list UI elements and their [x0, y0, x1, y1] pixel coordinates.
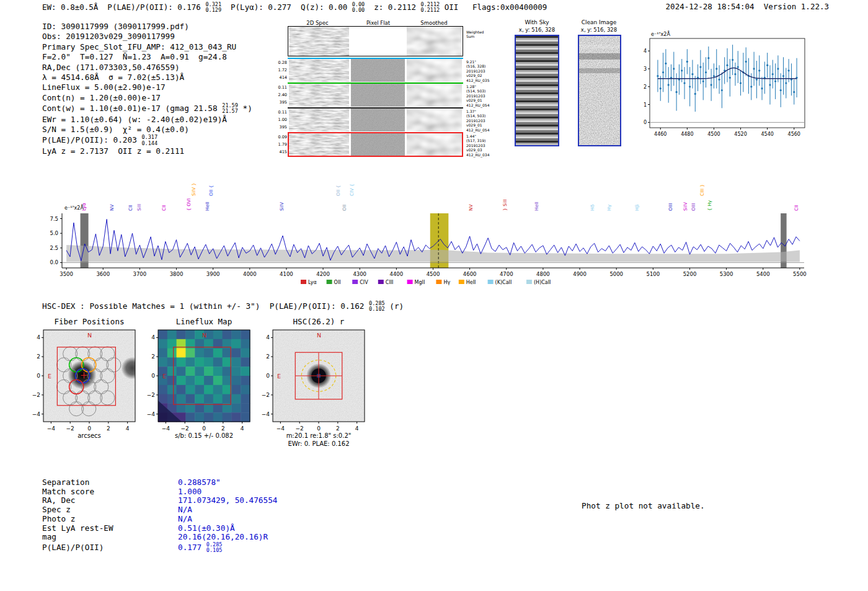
- svg-text:2: 2: [221, 425, 225, 432]
- match-row-label: Est LyA rest-EW: [42, 524, 178, 533]
- svg-text:−4: −4: [47, 425, 56, 432]
- svg-text:−2: −2: [147, 392, 155, 398]
- svg-text:5200: 5200: [683, 271, 697, 277]
- emission-line-label: OIII: [691, 203, 696, 211]
- match-row-value: 0.51(±0.30)Å: [178, 523, 235, 533]
- match-table: Separation0.288578"Match score1.000RA, D…: [42, 478, 277, 553]
- hsc-xlabel: m:20.1 re:1.8" s:0.2": [269, 432, 368, 439]
- info-line: F=2.0" T=0.127 N̄=1.23 A=0.91 g=24.8: [42, 52, 252, 62]
- text-segment: Primary Spec_Slot_IFU_AMP: 412_013_043_R…: [42, 42, 236, 51]
- spec2d-cutout-grid: Weighted Sum0.28 1.72 4149.21" (516, 328…: [275, 27, 501, 159]
- col-header-pixelflat: Pixel Flat: [347, 20, 409, 26]
- svg-text:4700: 4700: [500, 271, 513, 277]
- legend-swatch: [301, 280, 306, 284]
- clean-image: [578, 35, 621, 146]
- legend-swatch: [526, 280, 532, 284]
- svg-text:−4: −4: [262, 411, 270, 417]
- emission-line-label: Hβ: [634, 204, 640, 211]
- text-segment: 0.177: [178, 543, 206, 552]
- cutout-image-smoothed: [407, 109, 462, 131]
- stacked-uncertainty: 0.3210.129: [205, 2, 221, 13]
- match-row-label: RA, Dec: [42, 496, 178, 505]
- emission-line-label: OII {: [208, 185, 214, 196]
- with-sky-image: [515, 35, 559, 146]
- svg-text:4100: 4100: [280, 271, 293, 277]
- panel-title-lineflux-map: Lineflux Map: [154, 317, 254, 326]
- emission-line-label: OII {: [335, 185, 341, 196]
- emission-line-label: Hδ: [590, 204, 595, 211]
- fiber-row-info: 1.37" (514, 503) 20191203 v029_01 412_RU…: [466, 109, 500, 132]
- emission-line-label: CIV {: [349, 184, 355, 196]
- stacked-uncertainty: 21.5921.57: [222, 103, 238, 114]
- cutout-image-flat: [351, 109, 405, 131]
- svg-text:3700: 3700: [133, 271, 147, 277]
- svg-text:HeII: HeII: [466, 280, 476, 285]
- emission-line-label: { Hγ: [707, 200, 712, 211]
- emission-line-label: } SiII: [502, 200, 508, 211]
- svg-text:4: 4: [37, 334, 40, 340]
- info-line: ID: 3090117999 (3090117999.pdf): [42, 22, 252, 32]
- text-segment: 0.51(±0.30)Å: [178, 523, 235, 533]
- text-segment: RA,Dec (171.073303,50.476559): [42, 63, 180, 72]
- cutout-image-flat: [351, 59, 405, 82]
- info-line: Cont(w) = 1.10(±0.01)e-17 (gmag 21.58 21…: [42, 103, 252, 114]
- svg-text:5300: 5300: [720, 271, 733, 277]
- info-line: P(LAE)/P(OII): 0.203 0.3170.144: [42, 135, 252, 146]
- svg-text:4: 4: [151, 334, 155, 340]
- info-line: λ = 4514.68Å σ = 7.02(±5.13)Å: [42, 73, 252, 82]
- stacked-uncertainty: 0.2850.102: [369, 301, 385, 312]
- stacked-uncertainty: 0.000.00: [352, 2, 365, 13]
- svg-text:0: 0: [87, 425, 91, 432]
- svg-text:N: N: [87, 332, 92, 339]
- svg-text:e⁻¹⁷x2Å: e⁻¹⁷x2Å: [651, 30, 670, 37]
- photz-note: Phot z plot not available.: [582, 501, 705, 510]
- svg-text:4560: 4560: [788, 131, 800, 137]
- info-line: RA,Dec (171.073303,50.476559): [42, 63, 252, 73]
- text-segment: 171.073429, 50.476554: [178, 495, 277, 505]
- svg-text:2: 2: [266, 353, 270, 360]
- svg-text:2: 2: [336, 425, 340, 432]
- info-line: Cont(n) = 1.20(±0.00)e-17: [42, 93, 252, 103]
- match-table-row: P(LAE)/P(OII)0.177 0.2850.105: [42, 542, 277, 553]
- svg-text:N: N: [202, 332, 206, 339]
- sky-stripes-texture: [516, 36, 558, 145]
- col-header-smoothed: Smoothed: [403, 20, 465, 26]
- info-line: EWr = 1.10(±0.64) (w: -2.40(±0.02)e19)Å: [42, 115, 252, 125]
- text-segment: Cont(n) = 1.20(±0.00)e-17: [42, 93, 161, 102]
- svg-text:4460: 4460: [654, 131, 666, 137]
- svg-text:0: 0: [317, 425, 321, 432]
- svg-text:4540: 4540: [761, 131, 773, 137]
- svg-text:0.0: 0.0: [50, 259, 58, 265]
- svg-text:(H)CaII: (H)CaII: [534, 280, 551, 285]
- svg-text:5.0: 5.0: [50, 230, 58, 236]
- svg-text:5000: 5000: [609, 271, 623, 277]
- svg-text:CIII: CIII: [386, 280, 394, 285]
- svg-text:7.5: 7.5: [50, 216, 58, 222]
- cutout-image-spec2d: [289, 133, 349, 156]
- text-segment: 1.000: [178, 487, 202, 496]
- svg-text:5500: 5500: [793, 271, 807, 277]
- text-segment: *): [238, 104, 252, 113]
- svg-text:4900: 4900: [573, 271, 587, 277]
- emission-line-label: NV: [109, 203, 115, 211]
- stacked-uncertainty: 0.3170.144: [141, 135, 157, 146]
- svg-text:4: 4: [126, 425, 130, 432]
- svg-text:−2: −2: [66, 425, 74, 432]
- fiber-row-weights: 0.11 1.00 395: [275, 109, 287, 131]
- svg-text:CIV: CIV: [360, 280, 368, 285]
- svg-text:0: 0: [644, 120, 647, 125]
- emission-line-label: SiII: [136, 204, 142, 211]
- svg-text:−4: −4: [147, 411, 156, 417]
- fiber-row-weights: 0.28 1.72 414: [275, 59, 287, 81]
- fiber-image: [43, 330, 140, 422]
- emission-line-label: SiIV: [683, 202, 688, 211]
- cutout-image-smoothed: [407, 59, 462, 82]
- svg-text:−4: −4: [277, 425, 285, 432]
- match-table-row: Est LyA rest-EW0.51(±0.30)Å: [42, 524, 277, 533]
- emission-line-label: NV: [468, 203, 474, 211]
- legend-swatch: [407, 280, 413, 284]
- match-table-row: Separation0.288578": [42, 478, 277, 487]
- emission-line-label: CII: [794, 205, 799, 211]
- fiber-positions-plot: −4−4−2−2002244NE: [29, 326, 140, 433]
- svg-text:4000: 4000: [243, 271, 257, 277]
